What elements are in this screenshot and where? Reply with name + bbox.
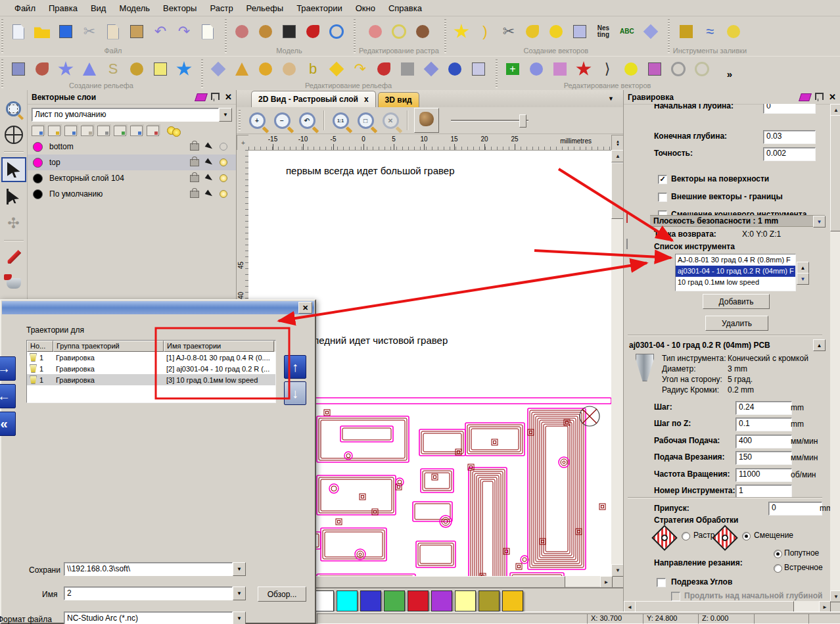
sheet-selector[interactable]: Лист по умолчанию ▼ (32, 108, 232, 122)
globe-icon[interactable] (3, 124, 25, 146)
tool-collapse-icon[interactable]: ▲ (813, 339, 826, 351)
file-format-dropdown[interactable]: ▼ (233, 612, 246, 624)
tool-list-up-icon[interactable]: ▲ (797, 262, 809, 274)
relief-layers-icon[interactable] (151, 59, 170, 79)
table-row[interactable]: 1Гравировка[3] 10 град 0.1мм low speed (27, 374, 275, 385)
table-row[interactable]: 1Гравировка[2] aj0301-04 - 10 град 0.2 R… (27, 363, 275, 374)
scroll-down-icon[interactable]: ▼ (830, 590, 840, 602)
menu-item-Векторы[interactable]: Векторы (156, 1, 203, 15)
safe-plane-expand-icon[interactable]: ▼ (813, 216, 826, 228)
menu-item-Модель[interactable]: Модель (112, 1, 156, 15)
layer-tool-icon[interactable] (130, 126, 143, 136)
redo-icon[interactable]: ↷ (174, 22, 194, 41)
file-name-dropdown[interactable]: ▼ (233, 587, 246, 600)
relief-blobs-icon[interactable] (279, 59, 299, 79)
relief-star-icon[interactable] (56, 59, 76, 79)
safe-plane-bar[interactable]: Плоскость безопасности : 1 mm (650, 215, 825, 227)
relief-bcube-icon[interactable]: b (303, 59, 323, 79)
layer-tool-icon[interactable] (32, 126, 44, 136)
direction-conventional-radio[interactable] (774, 564, 782, 573)
layer-tool-icon[interactable] (97, 126, 110, 136)
diamond-layer-icon[interactable] (641, 22, 661, 41)
menu-item-Растр[interactable]: Растр (203, 1, 239, 15)
vector-half-icon[interactable] (621, 59, 641, 79)
depth-field[interactable]: 0 (763, 104, 816, 114)
tab-list-dropdown-icon[interactable]: ▼ (608, 95, 614, 102)
relief-letter-icon[interactable]: S (103, 59, 123, 79)
menu-item-Траектории[interactable]: Траектории (290, 1, 349, 15)
save-path-combo[interactable]: \\192.168.0.3\soft\ ▼ (64, 562, 246, 576)
layer-tool-icon[interactable] (64, 126, 77, 136)
relief-teardrop-icon[interactable] (32, 59, 52, 79)
dialog-close-icon[interactable]: ✕ (298, 302, 312, 314)
zoom-select-icon[interactable] (3, 97, 25, 120)
pin-icon[interactable] (211, 93, 220, 100)
relief-flip-icon[interactable]: ↷ (350, 59, 370, 79)
table-header[interactable]: Но... (27, 341, 53, 352)
menu-item-Рельефы[interactable]: Рельефы (240, 1, 291, 15)
move-left-button[interactable]: ← (0, 384, 16, 408)
palette-swatch[interactable] (360, 590, 381, 612)
param-field[interactable]: 1 (735, 485, 792, 498)
tool-list-item[interactable]: AJ-0.8-01 30 град 0.4 R (0.8mm) F (676, 254, 795, 266)
palette-swatch[interactable] (478, 590, 500, 612)
relief-arrow-icon[interactable] (80, 59, 99, 79)
open-folder-icon[interactable] (32, 22, 52, 41)
new-file-icon[interactable] (9, 22, 28, 41)
abc-grid-icon[interactable]: ABC (617, 22, 637, 41)
surface-checkbox[interactable]: ✓ (658, 175, 667, 184)
layer-row[interactable]: По умолчанию (28, 186, 236, 202)
depth-field[interactable]: 0.002 (763, 147, 816, 161)
relief-weave-icon[interactable] (127, 59, 147, 79)
panel-hscrollbar[interactable]: ◄ ► (624, 601, 830, 612)
shape-editor-icon[interactable] (546, 22, 566, 41)
layer-visibility-bulb-icon[interactable] (220, 158, 227, 166)
add-tool-button[interactable]: Добавить (703, 294, 770, 309)
raster-outline-icon[interactable] (389, 22, 409, 41)
help-book-icon[interactable] (195, 93, 208, 101)
relief-shapes-icon[interactable] (9, 59, 28, 79)
layer-color-dot[interactable] (33, 158, 43, 168)
toolbar-overflow-icon[interactable]: » (720, 64, 739, 84)
relief-pin-icon[interactable] (256, 59, 275, 79)
tool-list-down-icon[interactable]: ▼ (797, 273, 809, 285)
layer-lock-icon[interactable] (190, 143, 199, 151)
param-field[interactable]: 0.24 (735, 401, 792, 415)
move-right-button[interactable]: → (0, 356, 16, 381)
vector-outline-icon[interactable] (668, 59, 688, 79)
relief-starsphere-icon[interactable] (445, 59, 465, 79)
nesting-icon[interactable]: Nes ting (594, 22, 613, 41)
vector-wavestar-icon[interactable] (574, 59, 594, 79)
browse-button[interactable]: Обзор... (258, 587, 306, 602)
param-field[interactable]: 11000 (735, 468, 792, 482)
scroll-up-icon[interactable]: ▲ (830, 104, 840, 116)
layer-lock-icon[interactable] (190, 159, 199, 166)
fill-wave-icon[interactable]: ≈ (700, 22, 720, 41)
help-book-icon[interactable] (799, 93, 812, 101)
remove-tool-button[interactable]: Удалить (705, 316, 768, 331)
fold-vector-icon[interactable] (570, 22, 590, 41)
move-up-button[interactable]: ↑ (284, 355, 306, 379)
scroll-right-icon[interactable]: ► (600, 576, 613, 588)
table-header[interactable]: Группа траекторий (53, 341, 164, 352)
vector-add-icon[interactable]: + (503, 59, 523, 79)
layer-tool-icon[interactable] (147, 126, 159, 136)
offset-curve-icon[interactable] (523, 22, 542, 41)
tab-close-icon[interactable]: x (364, 95, 369, 104)
layer-tool-icon[interactable] (114, 126, 126, 136)
zoom-in-button[interactable]: + (245, 109, 269, 132)
layer-lock-icon[interactable] (190, 175, 199, 182)
palette-swatch[interactable] (337, 590, 358, 612)
star-vector-icon[interactable] (452, 22, 471, 41)
paste-icon[interactable] (127, 22, 147, 41)
zoom-undo-button[interactable]: ↶ (295, 109, 319, 132)
zoom-fit-button[interactable]: ✕ (379, 109, 402, 132)
opacity-slider[interactable] (451, 114, 528, 127)
model-new-icon[interactable] (232, 22, 252, 41)
zoom-1to1-button[interactable]: 1:1 (329, 109, 352, 132)
fill-bucket-icon[interactable] (3, 272, 25, 295)
tab-3d-view[interactable]: 3D вид (378, 92, 419, 107)
palette-swatch[interactable] (408, 590, 429, 612)
node-edit-icon[interactable] (3, 186, 25, 208)
slider-thumb[interactable] (519, 114, 526, 128)
